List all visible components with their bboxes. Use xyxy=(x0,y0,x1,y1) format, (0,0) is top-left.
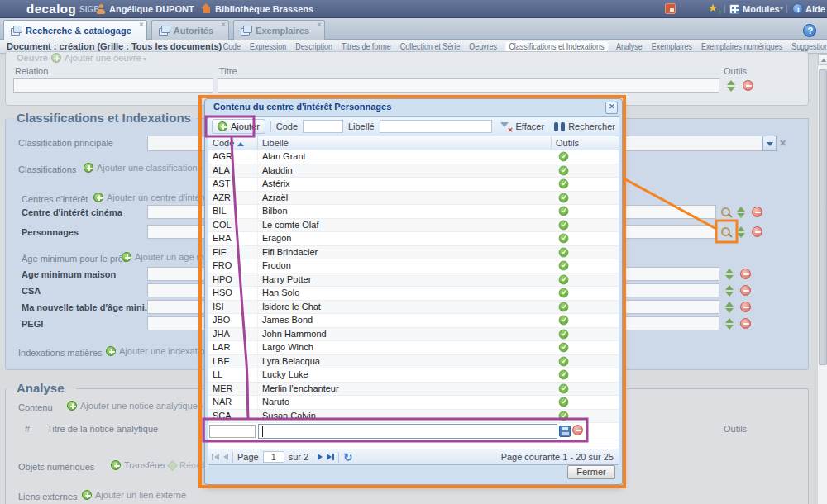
transferer-row[interactable]: Transférer xyxy=(111,460,165,470)
table-row-era[interactable]: ERAEragon xyxy=(208,232,619,246)
ajouter-button[interactable]: Ajouter xyxy=(212,119,265,134)
add-notice-link[interactable]: Ajouter une notice analytique xyxy=(80,401,203,411)
scrollbar-thumb[interactable] xyxy=(819,69,827,365)
search-icon[interactable] xyxy=(720,207,732,218)
validate-check-icon[interactable] xyxy=(559,247,569,257)
next-page-button[interactable] xyxy=(318,454,323,460)
table-row-agr[interactable]: AGRAlan Grant xyxy=(208,150,619,164)
table-row-ast[interactable]: ASTAstérix xyxy=(208,178,619,192)
refresh-icon[interactable] xyxy=(343,451,352,464)
validate-check-icon[interactable] xyxy=(559,316,569,326)
effacer-button[interactable]: Effacer xyxy=(500,121,544,132)
tab-autorit-s[interactable]: Autorités✕ xyxy=(151,20,229,40)
modules-menu[interactable]: Modules xyxy=(743,4,780,14)
validate-check-icon[interactable] xyxy=(559,302,569,311)
validate-check-icon[interactable] xyxy=(559,261,569,271)
clear-field-icon[interactable]: ✕ xyxy=(779,138,786,149)
table-row-fro[interactable]: FROFrodon xyxy=(208,259,619,273)
move-up-down-icon[interactable] xyxy=(725,302,734,313)
validate-check-icon[interactable] xyxy=(559,207,569,216)
add-lien-row[interactable]: Ajouter un lien externe xyxy=(82,490,186,500)
move-up-down-icon[interactable] xyxy=(737,207,746,218)
move-up-down-icon[interactable] xyxy=(725,285,734,297)
search-icon[interactable] xyxy=(720,226,732,238)
remove-icon[interactable] xyxy=(752,207,762,217)
scroll-up-button[interactable] xyxy=(818,54,827,65)
new-code-input[interactable] xyxy=(209,425,256,438)
validate-check-icon[interactable] xyxy=(559,397,569,407)
vertical-scrollbar[interactable] xyxy=(817,54,827,504)
current-user[interactable]: Angélique DUPONT xyxy=(109,4,194,14)
close-icon[interactable] xyxy=(605,102,618,114)
table-row-fif[interactable]: FIFFifi Brindacier xyxy=(208,246,619,260)
table-row-lar[interactable]: LARLargo Winch xyxy=(208,341,619,355)
tab-close-icon[interactable]: ✕ xyxy=(139,21,144,28)
tab-recherche-catalogage[interactable]: Recherche & catalogage✕ xyxy=(3,20,147,40)
validate-check-icon[interactable] xyxy=(559,152,569,162)
help-icon[interactable] xyxy=(803,24,816,37)
table-row-hpo[interactable]: HPOHarry Potter xyxy=(208,273,619,288)
table-row-isi[interactable]: ISIIsidore le Chat xyxy=(208,301,619,315)
exit-icon[interactable] xyxy=(665,3,676,14)
validate-check-icon[interactable] xyxy=(559,220,569,230)
save-icon[interactable] xyxy=(559,426,571,437)
table-row-col[interactable]: COLLe comte Olaf xyxy=(208,219,619,233)
current-library[interactable]: Bibliothèque Brassens xyxy=(215,4,313,14)
validate-check-icon[interactable] xyxy=(559,288,569,298)
cancel-icon[interactable] xyxy=(572,425,583,435)
validate-check-icon[interactable] xyxy=(559,343,569,353)
validate-check-icon[interactable] xyxy=(559,411,569,421)
first-page-button[interactable] xyxy=(212,454,219,460)
doc-nav-description[interactable]: Description xyxy=(294,40,334,52)
validate-check-icon[interactable] xyxy=(559,234,569,244)
doc-nav-suggestions[interactable]: Suggestions xyxy=(791,40,827,52)
move-up-down-icon[interactable] xyxy=(725,269,734,280)
validate-check-icon[interactable] xyxy=(559,356,569,366)
table-row-jha[interactable]: JHAJohn Hammond xyxy=(208,328,619,342)
validate-check-icon[interactable] xyxy=(559,179,569,189)
add-lien-link[interactable]: Ajouter un lien externe xyxy=(95,490,186,500)
titre-input[interactable] xyxy=(218,78,719,93)
table-row-azr[interactable]: AZRAzraël xyxy=(208,192,619,206)
move-up-down-icon[interactable] xyxy=(737,226,746,238)
tab-close-icon[interactable]: ✕ xyxy=(317,21,322,28)
validate-check-icon[interactable] xyxy=(559,274,569,284)
table-row-nar[interactable]: NARNaruto xyxy=(208,396,619,410)
column-header-code[interactable]: Code xyxy=(208,136,258,150)
remove-icon[interactable] xyxy=(740,269,751,279)
validate-check-icon[interactable] xyxy=(559,383,569,393)
table-row-jbo[interactable]: JBOJames Bond xyxy=(208,314,619,328)
code-filter-input[interactable] xyxy=(303,120,343,133)
add-centre-link[interactable]: Ajouter un centre d'intérêt xyxy=(107,193,216,202)
validate-check-icon[interactable] xyxy=(559,165,569,175)
table-row-ll[interactable]: LLLucky Luke xyxy=(208,368,619,383)
add-notice-row[interactable]: Ajouter une notice analytique xyxy=(67,401,203,411)
remove-icon[interactable] xyxy=(743,80,753,91)
doc-nav-expression[interactable]: Expression xyxy=(248,40,288,52)
add-centre-row[interactable]: Ajouter un centre d'intérêt xyxy=(93,193,216,202)
doc-nav-classifications-et-indexations[interactable]: Classifications et Indexations xyxy=(504,40,608,52)
combo-dropdown-button[interactable] xyxy=(762,136,777,151)
add-oeuvre-link[interactable]: Ajouter une oeuvre xyxy=(65,53,146,63)
doc-nav-code[interactable]: Code xyxy=(222,40,242,52)
tab-close-icon[interactable]: ✕ xyxy=(221,21,226,28)
doc-nav-exemplaires[interactable]: Exemplaires xyxy=(650,40,694,52)
doc-nav-oeuvres[interactable]: Oeuvres xyxy=(468,40,499,52)
column-header-libelle[interactable]: Libellé xyxy=(258,136,552,150)
table-row-hso[interactable]: HSOHan Solo xyxy=(208,287,619,301)
validate-check-icon[interactable] xyxy=(559,329,569,339)
doc-nav-exemplaires-num-riques[interactable]: Exemplaires numériques xyxy=(700,40,784,52)
table-row-bil[interactable]: BILBilbon xyxy=(208,205,619,219)
table-row-lbe[interactable]: LBELyra Belacqua xyxy=(208,355,619,369)
libelle-filter-input[interactable] xyxy=(380,120,493,133)
last-page-button[interactable] xyxy=(327,454,334,460)
table-row-ala[interactable]: ALAAladdin xyxy=(208,164,619,178)
remove-icon[interactable] xyxy=(752,226,762,237)
remove-icon[interactable] xyxy=(740,302,751,312)
move-up-down-icon[interactable] xyxy=(727,80,736,92)
rechercher-button[interactable]: Rechercher xyxy=(554,121,615,131)
aide-menu[interactable]: Aide xyxy=(805,4,825,14)
add-classification-row[interactable]: Ajouter une classification xyxy=(84,163,203,173)
doc-nav-collection-et-s-rie[interactable]: Collection et Série xyxy=(399,40,461,52)
doc-nav-titres-de-forme[interactable]: Titres de forme xyxy=(340,40,392,52)
